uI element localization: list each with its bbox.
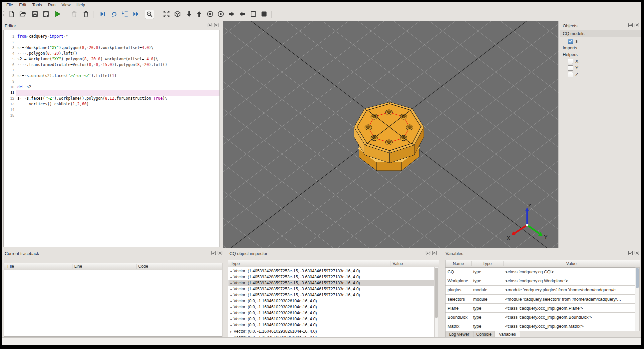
panel-close-button[interactable]	[432, 250, 437, 255]
variables-cell[interactable]: <module 'cadquery.selectors' from '/home…	[503, 295, 636, 304]
inspector-row[interactable]: ▸Vector: (1.4053924288597253e-15, -3.680…	[228, 286, 435, 292]
save-as-button[interactable]	[42, 10, 50, 18]
traceback-col-file[interactable]: File	[7, 263, 14, 270]
editor-line-7[interactable]: 7	[4, 67, 219, 73]
variables-cell[interactable]: Workplane	[446, 276, 471, 285]
inspector-scrollbar[interactable]	[434, 267, 439, 337]
editor-line-8[interactable]: 8s·=·s.union(s2).faces('>Z·or·<Z').fille…	[4, 73, 219, 79]
editor-line-4[interactable]: 4····.polygon(8,·20).loft()	[4, 51, 219, 56]
viewport-3d[interactable]: ZXY	[223, 21, 558, 248]
traceback-col-code[interactable]: Code	[138, 263, 148, 270]
view-left-button[interactable]	[238, 10, 247, 18]
open-file-button[interactable]	[18, 10, 27, 18]
panel-close-button[interactable]	[217, 250, 222, 255]
menu-tools[interactable]: Tools	[29, 2, 45, 7]
editor-line-2[interactable]: 2	[4, 39, 219, 45]
inspector-row[interactable]: ▸Vector: (1.4053924288597253e-15, -3.680…	[228, 274, 435, 280]
search-button[interactable]	[145, 10, 154, 19]
editor-line-9[interactable]: 9	[4, 79, 219, 84]
run-script-button[interactable]	[53, 10, 62, 18]
editor-line-3[interactable]: 3s·=·Workplane("XY").polygon(8,·20.0).wo…	[4, 45, 219, 51]
panel-float-button[interactable]	[211, 250, 216, 255]
checkbox-x[interactable]	[568, 59, 573, 64]
variables-cell[interactable]: <class 'cadquery.occ_impl.geom.Matrix'>	[503, 322, 636, 331]
inspector-col-type[interactable]: Type	[231, 260, 240, 267]
menu-view[interactable]: View	[59, 2, 74, 7]
variables-cell[interactable]: type	[471, 313, 503, 322]
tree-header-cq-models[interactable]: CQ models	[560, 30, 641, 37]
panel-close-button[interactable]	[214, 23, 219, 28]
variables-scrollbar[interactable]	[635, 267, 640, 331]
panel-float-button[interactable]	[628, 23, 633, 28]
inspector-row[interactable]: ▸Vector: (0.0, -1.1604610293826104e-16, …	[228, 329, 435, 334]
editor-line-10[interactable]: 10del·s2	[4, 84, 219, 90]
editor-line-15[interactable]: 15	[4, 113, 219, 118]
panel-float-button[interactable]	[628, 250, 633, 255]
menu-edit[interactable]: Edit	[16, 2, 29, 7]
inspector-row[interactable]: ▸Vector: (0.0, -1.1604610293826104e-16, …	[228, 310, 435, 316]
debug-continue-button[interactable]	[132, 10, 140, 18]
inspector-row[interactable]: ▸Vector: (1.4053924288597253e-15, -3.680…	[228, 280, 435, 286]
toolbar-drag-handle[interactable]	[3, 11, 5, 17]
variables-col-type[interactable]: Type	[471, 260, 503, 267]
inspector-row[interactable]: ▸Vector: (0.0, -1.1604610293826104e-16, …	[228, 316, 435, 322]
variables-cell[interactable]: type	[471, 322, 503, 331]
variables-cell[interactable]: plugins	[446, 286, 471, 295]
debug-step-button[interactable]	[110, 10, 119, 18]
save-button[interactable]	[31, 10, 39, 18]
variables-col-name[interactable]: Name	[446, 260, 471, 267]
checkbox-y[interactable]	[568, 65, 573, 71]
variables-cell[interactable]: CQ	[446, 267, 471, 276]
editor-line-6[interactable]: 6····.transformed(rotate=Vector(0,·0,·15…	[4, 62, 219, 68]
editor-line-1[interactable]: 1from·cadquery·import·*	[4, 34, 219, 39]
debug-run-button[interactable]	[99, 10, 107, 18]
shaded-view-button[interactable]	[260, 10, 268, 18]
inspector-row[interactable]: ▸Vector: (0.0, -1.1604610293826104e-16, …	[228, 298, 435, 304]
code-editor[interactable]: 1from·cadquery·import·*23s·=·Workplane("…	[3, 30, 220, 247]
view-top-button[interactable]	[195, 10, 203, 18]
view-back-button[interactable]	[216, 10, 225, 18]
fit-view-button[interactable]	[162, 10, 171, 18]
variables-cell[interactable]: module	[471, 286, 503, 295]
traceback-col-line[interactable]: Line	[74, 263, 82, 270]
view-bottom-button[interactable]	[185, 10, 193, 18]
new-file-button[interactable]	[7, 10, 16, 18]
variables-cell[interactable]: <class 'cadquery.cq.Workplane'>	[503, 276, 636, 285]
inspector-col-value[interactable]: Value	[393, 260, 403, 267]
variables-cell[interactable]: type	[471, 267, 503, 276]
variables-cell[interactable]: <module 'cadquery.plugins' from '/home/a…	[503, 286, 636, 295]
editor-line-14[interactable]: 14	[4, 107, 219, 113]
checkbox-z[interactable]	[568, 72, 573, 77]
variables-cell[interactable]: type	[471, 276, 503, 285]
variables-cell[interactable]: module	[471, 295, 503, 304]
checkbox-s[interactable]	[568, 39, 573, 44]
panel-float-button[interactable]	[426, 250, 431, 255]
panel-close-button[interactable]	[634, 250, 639, 255]
variables-cell[interactable]: <class 'cadquery.occ_impl.geom.Plane'>	[503, 304, 636, 313]
debug-step-into-button[interactable]	[121, 10, 130, 18]
variables-cell[interactable]: BoundBox	[446, 313, 471, 322]
editor-line-11[interactable]: 11	[4, 90, 219, 96]
inspector-row[interactable]: ▸Vector: (1.4053924288597253e-15, -3.680…	[228, 292, 435, 298]
inspector-row[interactable]: ▸Vector: (0.0, -1.1604610293826104e-16, …	[228, 304, 435, 310]
panel-float-button[interactable]	[207, 23, 212, 28]
menu-run[interactable]: Run	[45, 2, 59, 7]
delete-button[interactable]	[82, 10, 90, 18]
variables-cell[interactable]: selectors	[446, 295, 471, 304]
panel-close-button[interactable]	[634, 23, 639, 28]
iso-view-button[interactable]	[173, 10, 182, 18]
inspector-row[interactable]: ▸Vector: (0.0, -1.1604610293826104e-16, …	[228, 322, 435, 328]
inspector-row[interactable]: ▸Vector: (0.0, -1.1604610293826104e-16, …	[228, 335, 435, 337]
menu-help[interactable]: Help	[74, 2, 88, 7]
menu-file[interactable]: File	[3, 2, 16, 7]
editor-line-12[interactable]: 12s·=·s.faces('>Z').workplane().polygon(…	[4, 96, 219, 101]
inspector-row[interactable]: ▸Vector: (1.4053924288597253e-15, -3.680…	[228, 268, 435, 274]
view-front-button[interactable]	[206, 10, 214, 18]
variables-cell[interactable]: <class 'cadquery.cq.CQ'>	[503, 267, 636, 276]
editor-line-5[interactable]: 5s2·=·Workplane("XY").polygon(8,·20.0).w…	[4, 56, 219, 62]
variables-cell[interactable]: Plane	[446, 304, 471, 313]
variables-col-value[interactable]: Value	[503, 260, 640, 267]
view-right-button[interactable]	[227, 10, 236, 18]
render-button[interactable]	[70, 10, 79, 18]
variables-cell[interactable]: Matrix	[446, 322, 471, 331]
